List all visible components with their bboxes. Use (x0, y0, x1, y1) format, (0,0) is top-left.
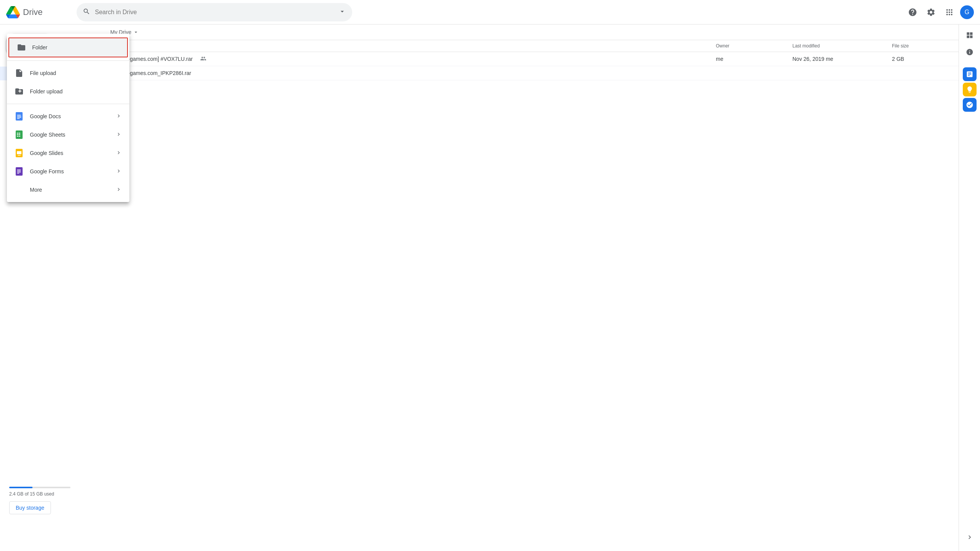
folder-upload-icon (15, 87, 24, 96)
menu-item-label: Google Sheets (30, 132, 65, 138)
expand-panel-button[interactable] (962, 530, 977, 545)
main-layout: New My Drive Computers (0, 24, 980, 551)
svg-rect-9 (19, 134, 20, 135)
info-icon (966, 48, 973, 56)
help-button[interactable] (905, 5, 920, 20)
svg-rect-8 (17, 134, 18, 135)
storage-bar-track (9, 487, 70, 488)
svg-rect-13 (17, 151, 21, 154)
menu-item-google-sheets[interactable]: Google Sheets (7, 126, 129, 144)
svg-rect-4 (17, 118, 20, 119)
drive-logo-icon (6, 5, 20, 19)
settings-button[interactable] (923, 5, 939, 20)
menu-item-google-slides[interactable]: Google Slides (7, 144, 129, 162)
menu-item-label: Google Slides (30, 150, 63, 156)
storage-text: 2.4 GB of 15 GB used (9, 491, 83, 497)
file-name-cell: omi-games.com_IPKP286I.rar (107, 69, 716, 77)
google-sheets-icon (15, 130, 24, 139)
chevron-right-icon (116, 113, 122, 120)
content-toolbar: My Drive (98, 24, 959, 40)
file-modified: Nov 26, 2019 me (792, 56, 892, 62)
menu-item-label: Google Docs (30, 113, 61, 119)
search-bar[interactable] (77, 3, 352, 21)
svg-rect-1 (17, 115, 21, 116)
svg-rect-19 (17, 173, 20, 174)
menu-item-label: File upload (30, 70, 56, 76)
tasks-icon (966, 101, 973, 109)
chevron-right-icon (116, 168, 122, 175)
tasks-app-button[interactable] (963, 98, 977, 112)
logo-area: Drive (6, 5, 67, 19)
main-content: My Drive Name Owner Last modified File s… (98, 24, 959, 551)
menu-item-label: More (30, 187, 42, 193)
new-dropdown-menu: Folder File upload Folder upload (7, 34, 129, 202)
svg-rect-2 (17, 116, 21, 117)
avatar[interactable]: G (960, 5, 974, 19)
grid-view-button[interactable] (962, 28, 977, 43)
chevron-right-icon (116, 150, 122, 157)
menu-item-label: Google Forms (30, 168, 64, 174)
svg-rect-11 (19, 136, 20, 137)
svg-rect-7 (19, 133, 20, 134)
svg-rect-10 (17, 136, 18, 137)
info-button[interactable] (962, 44, 977, 60)
menu-item-label: Folder (32, 44, 47, 51)
more-icon (15, 185, 24, 194)
search-input[interactable] (95, 9, 334, 16)
file-upload-icon (15, 68, 24, 78)
menu-item-file-upload[interactable]: File upload (7, 64, 129, 82)
chevron-right-icon (966, 533, 973, 541)
storage-area: 2.4 GB of 15 GB used Buy storage (0, 481, 92, 520)
apps-button[interactable] (942, 5, 957, 20)
file-name-cell: omi-games.com] #VOX7LU.rar (107, 55, 716, 63)
file-name: omi-games.com] #VOX7LU.rar (119, 56, 193, 62)
keep-app-button[interactable] (963, 83, 977, 96)
menu-item-more[interactable]: More (7, 181, 129, 199)
search-dropdown-icon[interactable] (338, 8, 346, 17)
col-header-name: Name (107, 43, 716, 49)
svg-rect-16 (17, 170, 21, 170)
menu-item-folder[interactable]: Folder (8, 37, 128, 57)
chevron-right-icon (116, 186, 122, 194)
col-header-size: File size (892, 43, 949, 49)
menu-divider (7, 104, 129, 104)
menu-divider (7, 60, 129, 61)
file-list-header: Name Owner Last modified File size (98, 40, 959, 52)
svg-rect-17 (17, 171, 21, 171)
svg-rect-14 (18, 155, 21, 156)
grid-icon (966, 31, 973, 39)
app-title: Drive (23, 7, 42, 17)
keep-icon (966, 86, 973, 93)
google-slides-icon (15, 148, 24, 158)
svg-rect-15 (16, 167, 23, 176)
folder-icon (17, 43, 26, 52)
menu-item-google-forms[interactable]: Google Forms (7, 162, 129, 181)
svg-rect-3 (17, 117, 21, 118)
svg-rect-18 (17, 172, 21, 173)
search-icon (83, 8, 90, 17)
file-owner: me (716, 56, 792, 62)
menu-item-google-docs[interactable]: Google Docs (7, 107, 129, 126)
menu-item-folder-upload[interactable]: Folder upload (7, 82, 129, 101)
header-actions: G (905, 5, 974, 20)
share-icon (200, 55, 206, 63)
google-docs-icon (15, 112, 24, 121)
right-panel (959, 24, 980, 551)
file-size: 2 GB (892, 56, 949, 62)
toolbar-dropdown-icon (133, 29, 139, 35)
app-header: Drive G (0, 0, 980, 24)
menu-item-label: Folder upload (30, 88, 63, 95)
storage-bar-fill (9, 487, 33, 488)
sheets-icon (966, 70, 973, 78)
table-row[interactable]: omi-games.com_IPKP286I.rar (98, 66, 959, 80)
svg-rect-6 (17, 133, 18, 134)
col-header-modified: Last modified (792, 43, 892, 49)
file-name: omi-games.com_IPKP286I.rar (119, 70, 191, 76)
sheets-app-button[interactable] (963, 67, 977, 81)
google-forms-icon (15, 167, 24, 176)
chevron-right-icon (116, 131, 122, 139)
buy-storage-button[interactable]: Buy storage (9, 501, 51, 514)
col-header-owner: Owner (716, 43, 792, 49)
table-row[interactable]: omi-games.com] #VOX7LU.rar me Nov 26, 20… (98, 52, 959, 66)
